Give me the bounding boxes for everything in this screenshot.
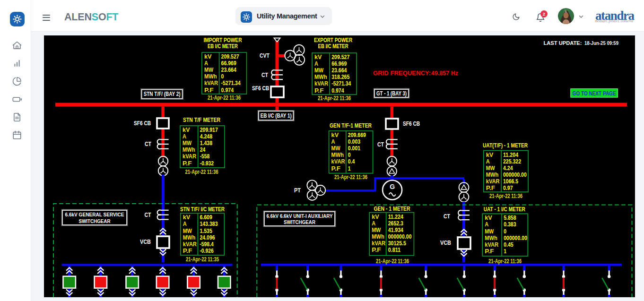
svg-text:GEN - 1 METER: GEN - 1 METER (374, 206, 410, 212)
svg-text:MWh: MWh (183, 146, 195, 153)
svg-text:49.857 Hz: 49.857 Hz (431, 69, 458, 77)
svg-text:-598.4: -598.4 (200, 241, 213, 248)
svg-text:5.858: 5.858 (504, 215, 516, 221)
svg-text:P.F: P.F (485, 248, 494, 255)
svg-text:GRID FREQUENCY:: GRID FREQUENCY: (373, 69, 431, 77)
svg-text:A: A (314, 60, 318, 67)
svg-text:kVAR: kVAR (183, 241, 197, 248)
svg-text:kV: kV (204, 53, 212, 60)
svg-text:MWh: MWh (314, 74, 327, 80)
svg-text:-0.926: -0.926 (200, 248, 213, 254)
svg-text:P.F: P.F (204, 87, 214, 94)
svg-text:66.969: 66.969 (221, 60, 236, 67)
svg-text:kVAR: kVAR (204, 80, 218, 86)
svg-text:6.6kV GENERAL SERVICE: 6.6kV GENERAL SERVICE (65, 212, 124, 217)
svg-text:LAST UPDATE:: LAST UPDATE: (544, 40, 582, 46)
svg-text:A: A (183, 221, 187, 227)
svg-text:kV: kV (183, 127, 190, 133)
svg-text:24: 24 (200, 146, 206, 153)
svg-text:MW: MW (183, 140, 191, 146)
svg-text:23.664: 23.664 (221, 67, 236, 73)
svg-text:A: A (204, 60, 208, 67)
svg-text:1: 1 (504, 248, 506, 255)
svg-text:CT: CT (444, 213, 450, 220)
svg-text:kV: kV (331, 132, 339, 138)
svg-text:1.438: 1.438 (200, 140, 212, 146)
svg-text:0.974: 0.974 (221, 87, 234, 94)
svg-text:4.248: 4.248 (200, 133, 212, 140)
svg-text:000000.00: 000000.00 (503, 172, 527, 178)
svg-text:0.45: 0.45 (504, 241, 513, 248)
svg-text:kVAR: kVAR (372, 240, 385, 247)
svg-text:000000.00: 000000.00 (504, 235, 527, 241)
svg-text:CT: CT (144, 212, 151, 218)
svg-text:6.609: 6.609 (200, 214, 212, 221)
svg-text:000000.00: 000000.00 (388, 233, 412, 240)
svg-text:SF6 CB: SF6 CB (252, 85, 269, 92)
svg-text:21-Apr-22 11:36: 21-Apr-22 11:36 (488, 258, 522, 265)
svg-text:0.811: 0.811 (388, 247, 400, 253)
svg-text:0.97: 0.97 (503, 185, 513, 191)
svg-text:0: 0 (221, 73, 224, 80)
svg-text:MW: MW (486, 165, 495, 172)
svg-text:21-Apr-22 11:36: 21-Apr-22 11:36 (208, 95, 241, 101)
svg-text:21-Apr-22 11:36: 21-Apr-22 11:36 (185, 169, 218, 175)
svg-text:UAT(T/F) - 1 METER: UAT(T/F) - 1 METER (483, 142, 528, 149)
svg-text:A: A (485, 221, 488, 228)
svg-text:MWh: MWh (372, 233, 384, 240)
svg-text:0.4: 0.4 (348, 158, 355, 165)
svg-text:kV: kV (372, 214, 379, 220)
svg-text:23.664: 23.664 (331, 67, 347, 74)
svg-text:CT: CT (145, 141, 151, 147)
svg-text:kVAR: kVAR (331, 158, 345, 165)
svg-text:UAT - 1 I/C METER: UAT - 1 I/C METER (484, 206, 525, 213)
svg-text:P.F: P.F (314, 87, 324, 94)
svg-text:1066.5: 1066.5 (503, 178, 518, 185)
svg-text:-5271.34: -5271.34 (331, 80, 351, 87)
svg-text:SF6 CB: SF6 CB (403, 120, 420, 127)
svg-text:G: G (390, 183, 395, 190)
svg-text:209.669: 209.669 (348, 132, 366, 138)
svg-text:24.096: 24.096 (200, 234, 215, 241)
svg-text:STN T/F/ I/C METER: STN T/F/ I/C METER (180, 206, 225, 213)
svg-text:EB I/C (BAY 1): EB I/C (BAY 1) (261, 112, 292, 119)
svg-text:11.204: 11.204 (503, 152, 518, 158)
svg-text:-558: -558 (200, 153, 210, 160)
svg-text:30125.5: 30125.5 (388, 240, 406, 247)
svg-text:kVAR: kVAR (485, 241, 498, 248)
svg-text:kVAR: kVAR (486, 178, 500, 185)
svg-text:MW: MW (485, 228, 494, 235)
svg-text:kVAR: kVAR (314, 80, 328, 87)
svg-text:0.974: 0.974 (331, 87, 344, 94)
svg-text:kV: kV (314, 54, 322, 60)
svg-text:MWh: MWh (486, 172, 499, 178)
svg-text:SF6 CB: SF6 CB (134, 120, 151, 127)
svg-text:P.F: P.F (486, 185, 496, 191)
svg-text:MW: MW (372, 227, 381, 233)
svg-text:MWh: MWh (183, 234, 196, 241)
svg-text:0: 0 (348, 152, 351, 158)
svg-text:A: A (183, 133, 186, 140)
svg-text:VCB: VCB (440, 240, 451, 246)
svg-text:MWh: MWh (204, 73, 217, 80)
svg-text:CVT: CVT (260, 52, 270, 59)
svg-text:MW: MW (183, 228, 192, 234)
svg-text:GO TO NEXT PAGE: GO TO NEXT PAGE (573, 90, 616, 97)
svg-text:66.969: 66.969 (331, 60, 347, 67)
svg-text:21-Apr-22 11:36: 21-Apr-22 11:36 (376, 258, 409, 265)
svg-text:GEN T/F-1 METER: GEN T/F-1 METER (330, 122, 372, 129)
svg-text:6.6kV 6.6kV UNIT-I AUXILIARY: 6.6kV 6.6kV UNIT-I AUXILIARY (267, 213, 333, 219)
svg-text:0.383: 0.383 (504, 221, 516, 228)
svg-text:MW: MW (204, 67, 213, 73)
svg-text:kVAR: kVAR (183, 153, 196, 160)
svg-text:A: A (372, 220, 375, 227)
svg-text:0: 0 (504, 228, 506, 235)
svg-text:1: 1 (348, 165, 351, 172)
svg-text:1.535: 1.535 (200, 228, 212, 234)
svg-text:EB I/C METER: EB I/C METER (318, 43, 348, 50)
svg-text:MW: MW (314, 67, 323, 74)
svg-text:21-Apr-22 11:36: 21-Apr-22 11:36 (489, 193, 522, 199)
svg-text:CT: CT (261, 72, 268, 78)
svg-text:2652.3: 2652.3 (388, 220, 403, 227)
svg-text:CT: CT (377, 141, 384, 148)
